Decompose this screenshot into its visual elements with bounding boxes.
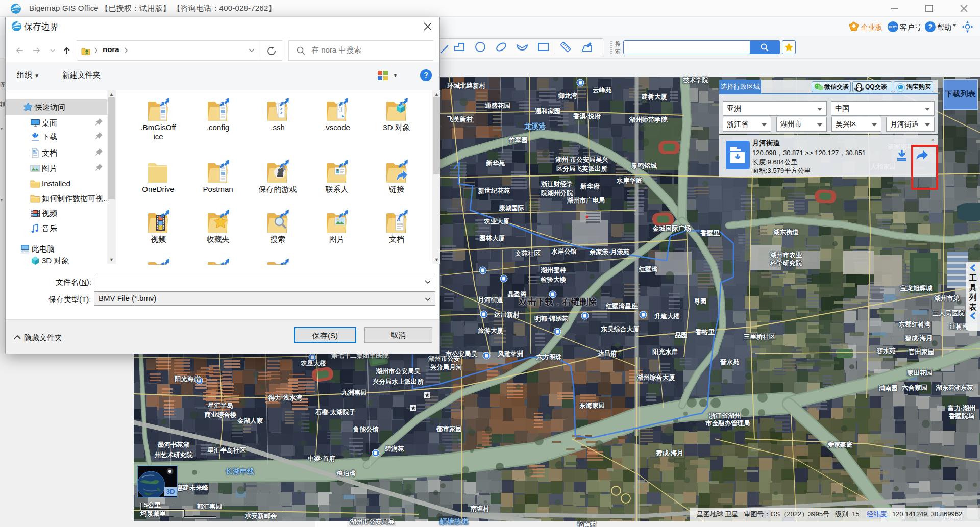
svg-text:5公里: 5公里 [144,501,161,509]
svg-text:{ }: { } [338,107,342,112]
